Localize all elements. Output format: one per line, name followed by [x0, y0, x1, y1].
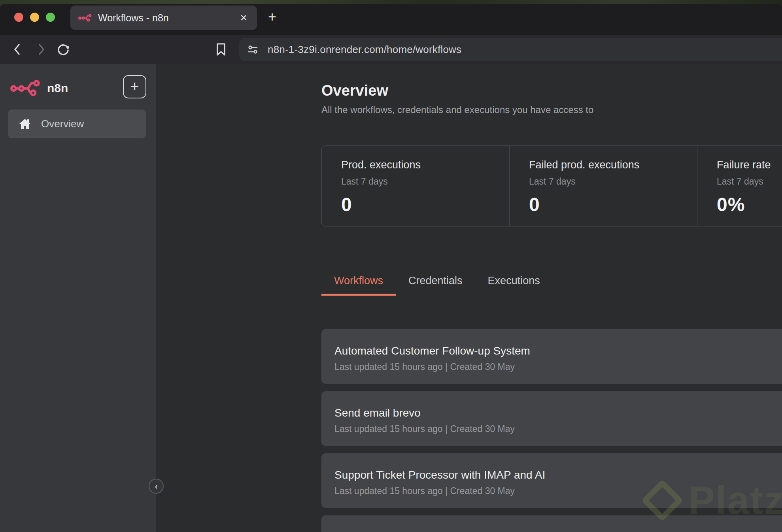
stat-period: Last 7 days	[717, 176, 782, 187]
app-content: n8n + Overview ‹ Overview All the workfl…	[0, 64, 782, 532]
sidebar: n8n + Overview	[0, 64, 156, 532]
reload-button[interactable]	[56, 42, 70, 57]
tab-bar: Workflows - n8n ✕ +	[0, 4, 782, 35]
maximize-window-button[interactable]	[46, 13, 55, 22]
workflow-card[interactable]: Support Ticket Processor with IMAP and A…	[321, 453, 782, 508]
forward-button[interactable]	[34, 42, 48, 57]
site-settings-icon[interactable]	[247, 44, 258, 55]
close-window-button[interactable]	[14, 13, 23, 22]
stat-period: Last 7 days	[529, 176, 697, 187]
stat-value: 0%	[717, 194, 782, 215]
stat-card-failed-executions: Failed prod. executions Last 7 days 0	[509, 146, 697, 226]
stat-title: Prod. executions	[341, 159, 509, 171]
stats-summary: Prod. executions Last 7 days 0 Failed pr…	[321, 145, 782, 226]
url-text[interactable]: n8n-1-3z9i.onrender.com/home/workflows	[268, 43, 461, 56]
main-panel: Overview All the workflows, credentials …	[156, 64, 782, 532]
workflow-card[interactable]: Send email brevo Last updated 15 hours a…	[321, 391, 782, 446]
browser-window: Workflows - n8n ✕ + n8n-1-3z9i.onre	[0, 4, 782, 532]
sidebar-item-overview[interactable]: Overview	[8, 109, 146, 138]
address-bar[interactable]: n8n-1-3z9i.onrender.com/home/workflows	[239, 38, 782, 61]
add-workflow-button[interactable]: +	[123, 75, 146, 98]
sidebar-item-label: Overview	[41, 118, 84, 130]
n8n-logo-icon	[10, 80, 43, 96]
tab-title: Workflows - n8n	[98, 12, 240, 24]
navigation-bar: n8n-1-3z9i.onrender.com/home/workflows	[0, 35, 782, 64]
n8n-favicon-icon	[78, 13, 93, 23]
workflow-title: Automated Customer Follow-up System	[334, 345, 782, 357]
workflow-meta: Last updated 15 hours ago | Created 30 M…	[334, 362, 782, 372]
content-tabs: Workflows Credentials Executions	[321, 268, 553, 296]
workflow-list: Automated Customer Follow-up System Last…	[321, 329, 782, 532]
minimize-window-button[interactable]	[30, 13, 39, 22]
collapse-sidebar-button[interactable]: ‹	[149, 479, 164, 494]
home-icon	[19, 118, 31, 130]
workflow-title: Support Ticket Processor with IMAP and A…	[334, 469, 782, 481]
stat-title: Failure rate	[717, 159, 782, 171]
workflow-meta: Last updated 15 hours ago | Created 30 M…	[334, 424, 782, 434]
back-button[interactable]	[10, 42, 25, 57]
page-subtitle: All the workflows, credentials and execu…	[321, 104, 593, 115]
page-title: Overview	[321, 82, 388, 99]
plus-icon: +	[130, 79, 139, 94]
tab-credentials[interactable]: Credentials	[396, 268, 475, 296]
stat-period: Last 7 days	[341, 176, 509, 187]
workflow-card[interactable]: Automated Customer Follow-up System Last…	[321, 329, 782, 384]
tab-executions[interactable]: Executions	[475, 268, 553, 296]
close-tab-icon[interactable]: ✕	[240, 13, 247, 23]
stat-card-prod-executions: Prod. executions Last 7 days 0	[322, 146, 509, 226]
browser-tab[interactable]: Workflows - n8n ✕	[70, 6, 257, 30]
stat-card-failure-rate: Failure rate Last 7 days 0%	[697, 146, 782, 226]
bookmark-icon[interactable]	[215, 42, 227, 57]
brand-name: n8n	[47, 81, 68, 95]
workflow-title: Send email brevo	[334, 407, 782, 419]
stat-title: Failed prod. executions	[529, 159, 697, 171]
stat-value: 0	[529, 194, 697, 215]
tab-workflows[interactable]: Workflows	[321, 268, 396, 296]
stat-value: 0	[341, 194, 509, 215]
chevron-left-icon: ‹	[155, 482, 158, 491]
new-tab-button[interactable]: +	[268, 9, 276, 25]
workflow-meta: Last updated 15 hours ago | Created 30 M…	[334, 486, 782, 496]
workflow-card[interactable]: Form testing	[321, 515, 782, 532]
